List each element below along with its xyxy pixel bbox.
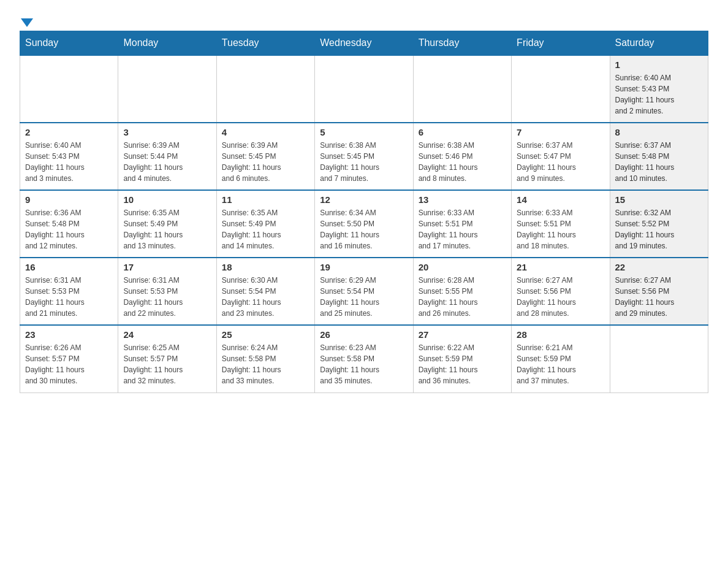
calendar-cell: 10Sunrise: 6:35 AM Sunset: 5:49 PM Dayli… [118,190,216,258]
calendar-cell: 3Sunrise: 6:39 AM Sunset: 5:44 PM Daylig… [118,123,216,190]
logo-triangle-icon [21,18,33,27]
day-number: 25 [222,329,309,340]
day-info: Sunrise: 6:21 AM Sunset: 5:59 PM Dayligh… [517,342,604,386]
calendar-cell [315,55,413,123]
calendar-cell: 9Sunrise: 6:36 AM Sunset: 5:48 PM Daylig… [20,190,118,258]
calendar-cell: 15Sunrise: 6:32 AM Sunset: 5:52 PM Dayli… [610,190,708,258]
page-header [20,15,708,23]
day-number: 15 [615,194,703,205]
calendar-table: SundayMondayTuesdayWednesdayThursdayFrid… [20,31,708,393]
day-number: 8 [615,127,703,137]
day-info: Sunrise: 6:38 AM Sunset: 5:45 PM Dayligh… [320,140,408,184]
day-info: Sunrise: 6:23 AM Sunset: 5:58 PM Dayligh… [320,342,408,386]
day-info: Sunrise: 6:35 AM Sunset: 5:49 PM Dayligh… [123,207,211,251]
weekday-header-row: SundayMondayTuesdayWednesdayThursdayFrid… [20,31,708,56]
weekday-header-thursday: Thursday [413,31,511,56]
day-number: 16 [25,262,113,272]
calendar-cell: 16Sunrise: 6:31 AM Sunset: 5:53 PM Dayli… [20,258,118,325]
calendar-cell: 20Sunrise: 6:28 AM Sunset: 5:55 PM Dayli… [413,258,511,325]
calendar-cell [118,55,216,123]
calendar-cell [216,55,314,123]
calendar-cell: 11Sunrise: 6:35 AM Sunset: 5:49 PM Dayli… [216,190,314,258]
calendar-cell: 26Sunrise: 6:23 AM Sunset: 5:58 PM Dayli… [315,325,413,393]
day-info: Sunrise: 6:38 AM Sunset: 5:46 PM Dayligh… [419,140,506,184]
calendar-cell: 23Sunrise: 6:26 AM Sunset: 5:57 PM Dayli… [20,325,118,393]
day-number: 2 [25,127,113,137]
calendar-cell [413,55,511,123]
logo [20,15,33,23]
day-number: 12 [320,194,408,205]
day-number: 6 [419,127,506,137]
calendar-cell [20,55,118,123]
day-number: 24 [123,329,211,340]
day-number: 26 [320,329,408,340]
weekday-header-sunday: Sunday [20,31,118,56]
day-info: Sunrise: 6:26 AM Sunset: 5:57 PM Dayligh… [25,342,113,386]
day-number: 5 [320,127,408,137]
calendar-cell: 12Sunrise: 6:34 AM Sunset: 5:50 PM Dayli… [315,190,413,258]
day-info: Sunrise: 6:36 AM Sunset: 5:48 PM Dayligh… [25,207,113,251]
day-info: Sunrise: 6:27 AM Sunset: 5:56 PM Dayligh… [615,275,703,319]
calendar-cell: 6Sunrise: 6:38 AM Sunset: 5:46 PM Daylig… [413,123,511,190]
day-number: 1 [615,59,703,70]
day-info: Sunrise: 6:30 AM Sunset: 5:54 PM Dayligh… [222,275,309,319]
day-info: Sunrise: 6:31 AM Sunset: 5:53 PM Dayligh… [25,275,113,319]
calendar-cell: 25Sunrise: 6:24 AM Sunset: 5:58 PM Dayli… [216,325,314,393]
day-number: 23 [25,329,113,340]
calendar-week-row: 9Sunrise: 6:36 AM Sunset: 5:48 PM Daylig… [20,190,708,258]
day-number: 21 [517,262,604,272]
calendar-week-row: 23Sunrise: 6:26 AM Sunset: 5:57 PM Dayli… [20,325,708,393]
calendar-cell: 19Sunrise: 6:29 AM Sunset: 5:54 PM Dayli… [315,258,413,325]
weekday-header-tuesday: Tuesday [216,31,314,56]
day-info: Sunrise: 6:39 AM Sunset: 5:44 PM Dayligh… [123,140,211,184]
calendar-cell: 5Sunrise: 6:38 AM Sunset: 5:45 PM Daylig… [315,123,413,190]
calendar-cell: 1Sunrise: 6:40 AM Sunset: 5:43 PM Daylig… [610,55,708,123]
day-info: Sunrise: 6:35 AM Sunset: 5:49 PM Dayligh… [222,207,309,251]
day-number: 28 [517,329,604,340]
day-info: Sunrise: 6:37 AM Sunset: 5:47 PM Dayligh… [517,140,604,184]
day-number: 7 [517,127,604,137]
calendar-cell: 28Sunrise: 6:21 AM Sunset: 5:59 PM Dayli… [512,325,610,393]
day-number: 13 [419,194,506,205]
day-number: 14 [517,194,604,205]
day-info: Sunrise: 6:32 AM Sunset: 5:52 PM Dayligh… [615,207,703,251]
day-number: 22 [615,262,703,272]
day-info: Sunrise: 6:37 AM Sunset: 5:48 PM Dayligh… [615,140,703,184]
day-number: 18 [222,262,309,272]
calendar-week-row: 16Sunrise: 6:31 AM Sunset: 5:53 PM Dayli… [20,258,708,325]
calendar-cell: 2Sunrise: 6:40 AM Sunset: 5:43 PM Daylig… [20,123,118,190]
calendar-cell: 4Sunrise: 6:39 AM Sunset: 5:45 PM Daylig… [216,123,314,190]
calendar-cell: 21Sunrise: 6:27 AM Sunset: 5:56 PM Dayli… [512,258,610,325]
calendar-cell: 14Sunrise: 6:33 AM Sunset: 5:51 PM Dayli… [512,190,610,258]
day-number: 9 [25,194,113,205]
day-info: Sunrise: 6:27 AM Sunset: 5:56 PM Dayligh… [517,275,604,319]
weekday-header-wednesday: Wednesday [315,31,413,56]
calendar-cell: 17Sunrise: 6:31 AM Sunset: 5:53 PM Dayli… [118,258,216,325]
calendar-cell: 7Sunrise: 6:37 AM Sunset: 5:47 PM Daylig… [512,123,610,190]
day-number: 3 [123,127,211,137]
day-info: Sunrise: 6:25 AM Sunset: 5:57 PM Dayligh… [123,342,211,386]
day-number: 4 [222,127,309,137]
weekday-header-friday: Friday [512,31,610,56]
day-info: Sunrise: 6:28 AM Sunset: 5:55 PM Dayligh… [419,275,506,319]
weekday-header-monday: Monday [118,31,216,56]
calendar-cell: 22Sunrise: 6:27 AM Sunset: 5:56 PM Dayli… [610,258,708,325]
day-info: Sunrise: 6:40 AM Sunset: 5:43 PM Dayligh… [25,140,113,184]
calendar-cell: 18Sunrise: 6:30 AM Sunset: 5:54 PM Dayli… [216,258,314,325]
day-number: 10 [123,194,211,205]
day-info: Sunrise: 6:31 AM Sunset: 5:53 PM Dayligh… [123,275,211,319]
weekday-header-saturday: Saturday [610,31,708,56]
calendar-cell: 13Sunrise: 6:33 AM Sunset: 5:51 PM Dayli… [413,190,511,258]
day-number: 20 [419,262,506,272]
calendar-cell: 24Sunrise: 6:25 AM Sunset: 5:57 PM Dayli… [118,325,216,393]
calendar-week-row: 2Sunrise: 6:40 AM Sunset: 5:43 PM Daylig… [20,123,708,190]
day-number: 11 [222,194,309,205]
day-info: Sunrise: 6:29 AM Sunset: 5:54 PM Dayligh… [320,275,408,319]
day-info: Sunrise: 6:34 AM Sunset: 5:50 PM Dayligh… [320,207,408,251]
day-info: Sunrise: 6:22 AM Sunset: 5:59 PM Dayligh… [419,342,506,386]
day-number: 17 [123,262,211,272]
day-info: Sunrise: 6:33 AM Sunset: 5:51 PM Dayligh… [419,207,506,251]
calendar-week-row: 1Sunrise: 6:40 AM Sunset: 5:43 PM Daylig… [20,55,708,123]
day-info: Sunrise: 6:24 AM Sunset: 5:58 PM Dayligh… [222,342,309,386]
calendar-cell: 27Sunrise: 6:22 AM Sunset: 5:59 PM Dayli… [413,325,511,393]
